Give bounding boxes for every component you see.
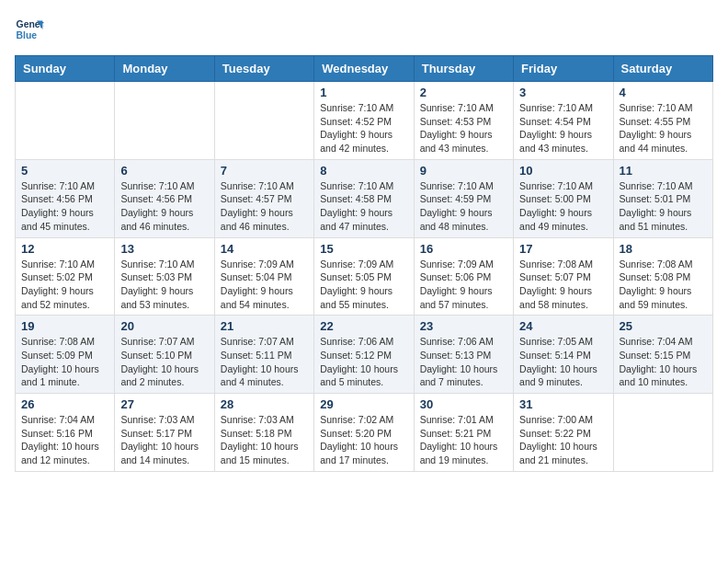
calendar-week-1: 1Sunrise: 7:10 AM Sunset: 4:52 PM Daylig… bbox=[16, 82, 713, 160]
day-number: 22 bbox=[320, 319, 407, 333]
weekday-header-thursday: Thursday bbox=[414, 56, 513, 82]
day-number: 15 bbox=[320, 242, 407, 256]
calendar-day-12: 12Sunrise: 7:10 AM Sunset: 5:02 PM Dayli… bbox=[16, 237, 115, 316]
calendar-day-2: 2Sunrise: 7:10 AM Sunset: 4:53 PM Daylig… bbox=[414, 82, 513, 160]
day-number: 12 bbox=[21, 242, 108, 256]
day-number: 8 bbox=[320, 164, 407, 178]
logo-icon: General Blue bbox=[15, 15, 44, 44]
weekday-header-monday: Monday bbox=[115, 56, 214, 82]
day-info: Sunrise: 7:10 AM Sunset: 4:59 PM Dayligh… bbox=[420, 179, 507, 234]
day-number: 24 bbox=[519, 319, 607, 333]
day-number: 18 bbox=[620, 242, 707, 256]
calendar-day-1: 1Sunrise: 7:10 AM Sunset: 4:52 PM Daylig… bbox=[314, 82, 414, 160]
day-info: Sunrise: 7:05 AM Sunset: 5:14 PM Dayligh… bbox=[519, 335, 607, 389]
day-info: Sunrise: 7:06 AM Sunset: 5:13 PM Dayligh… bbox=[420, 335, 507, 389]
day-number: 27 bbox=[120, 397, 208, 411]
logo: General Blue bbox=[15, 15, 44, 44]
day-number: 19 bbox=[21, 319, 108, 333]
day-info: Sunrise: 7:10 AM Sunset: 4:52 PM Dayligh… bbox=[320, 101, 407, 155]
calendar-day-27: 27Sunrise: 7:03 AM Sunset: 5:17 PM Dayli… bbox=[115, 394, 214, 472]
weekday-header-sunday: Sunday bbox=[16, 56, 115, 82]
day-number: 9 bbox=[420, 164, 507, 178]
day-info: Sunrise: 7:08 AM Sunset: 5:08 PM Dayligh… bbox=[620, 258, 707, 312]
day-number: 29 bbox=[320, 397, 407, 411]
calendar-week-3: 12Sunrise: 7:10 AM Sunset: 5:02 PM Dayli… bbox=[16, 237, 713, 316]
calendar-table: SundayMondayTuesdayWednesdayThursdayFrid… bbox=[15, 55, 713, 472]
day-info: Sunrise: 7:07 AM Sunset: 5:10 PM Dayligh… bbox=[120, 335, 208, 389]
calendar-day-26: 26Sunrise: 7:04 AM Sunset: 5:16 PM Dayli… bbox=[16, 394, 115, 472]
day-info: Sunrise: 7:10 AM Sunset: 4:58 PM Dayligh… bbox=[320, 179, 407, 234]
day-number: 20 bbox=[120, 319, 208, 333]
calendar-day-9: 9Sunrise: 7:10 AM Sunset: 4:59 PM Daylig… bbox=[414, 159, 513, 237]
day-number: 26 bbox=[21, 397, 108, 411]
calendar-day-3: 3Sunrise: 7:10 AM Sunset: 4:54 PM Daylig… bbox=[514, 82, 613, 160]
day-number: 5 bbox=[21, 164, 108, 178]
day-info: Sunrise: 7:10 AM Sunset: 4:57 PM Dayligh… bbox=[221, 179, 308, 234]
day-info: Sunrise: 7:09 AM Sunset: 5:04 PM Dayligh… bbox=[221, 258, 308, 312]
calendar-day-24: 24Sunrise: 7:05 AM Sunset: 5:14 PM Dayli… bbox=[514, 316, 613, 394]
calendar-day-11: 11Sunrise: 7:10 AM Sunset: 5:01 PM Dayli… bbox=[613, 159, 712, 237]
calendar-week-2: 5Sunrise: 7:10 AM Sunset: 4:56 PM Daylig… bbox=[16, 159, 713, 237]
day-info: Sunrise: 7:08 AM Sunset: 5:07 PM Dayligh… bbox=[519, 258, 607, 312]
day-info: Sunrise: 7:08 AM Sunset: 5:09 PM Dayligh… bbox=[21, 335, 108, 389]
calendar-day-20: 20Sunrise: 7:07 AM Sunset: 5:10 PM Dayli… bbox=[115, 316, 214, 394]
day-info: Sunrise: 7:07 AM Sunset: 5:11 PM Dayligh… bbox=[221, 335, 308, 389]
calendar-day-14: 14Sunrise: 7:09 AM Sunset: 5:04 PM Dayli… bbox=[214, 237, 313, 316]
day-number: 13 bbox=[120, 242, 208, 256]
weekday-header-saturday: Saturday bbox=[613, 56, 712, 82]
day-info: Sunrise: 7:10 AM Sunset: 5:01 PM Dayligh… bbox=[620, 179, 707, 234]
weekday-header-row: SundayMondayTuesdayWednesdayThursdayFrid… bbox=[16, 56, 713, 82]
day-info: Sunrise: 7:06 AM Sunset: 5:12 PM Dayligh… bbox=[320, 335, 407, 389]
day-number: 31 bbox=[519, 397, 607, 411]
calendar-day-25: 25Sunrise: 7:04 AM Sunset: 5:15 PM Dayli… bbox=[613, 316, 712, 394]
day-number: 30 bbox=[420, 397, 507, 411]
calendar-day-17: 17Sunrise: 7:08 AM Sunset: 5:07 PM Dayli… bbox=[514, 237, 613, 316]
calendar-day-16: 16Sunrise: 7:09 AM Sunset: 5:06 PM Dayli… bbox=[414, 237, 513, 316]
calendar-day-19: 19Sunrise: 7:08 AM Sunset: 5:09 PM Dayli… bbox=[16, 316, 115, 394]
day-info: Sunrise: 7:03 AM Sunset: 5:18 PM Dayligh… bbox=[221, 413, 308, 467]
calendar-day-7: 7Sunrise: 7:10 AM Sunset: 4:57 PM Daylig… bbox=[214, 159, 313, 237]
day-number: 28 bbox=[221, 397, 308, 411]
calendar-day-23: 23Sunrise: 7:06 AM Sunset: 5:13 PM Dayli… bbox=[414, 316, 513, 394]
day-info: Sunrise: 7:09 AM Sunset: 5:06 PM Dayligh… bbox=[420, 258, 507, 312]
day-info: Sunrise: 7:10 AM Sunset: 5:02 PM Dayligh… bbox=[21, 258, 108, 312]
calendar-day-29: 29Sunrise: 7:02 AM Sunset: 5:20 PM Dayli… bbox=[314, 394, 414, 472]
weekday-header-wednesday: Wednesday bbox=[314, 56, 414, 82]
empty-cell bbox=[115, 82, 214, 160]
calendar-day-28: 28Sunrise: 7:03 AM Sunset: 5:18 PM Dayli… bbox=[214, 394, 313, 472]
calendar-day-30: 30Sunrise: 7:01 AM Sunset: 5:21 PM Dayli… bbox=[414, 394, 513, 472]
calendar-day-15: 15Sunrise: 7:09 AM Sunset: 5:05 PM Dayli… bbox=[314, 237, 414, 316]
calendar-week-4: 19Sunrise: 7:08 AM Sunset: 5:09 PM Dayli… bbox=[16, 316, 713, 394]
calendar-day-6: 6Sunrise: 7:10 AM Sunset: 4:56 PM Daylig… bbox=[115, 159, 214, 237]
day-info: Sunrise: 7:01 AM Sunset: 5:21 PM Dayligh… bbox=[420, 413, 507, 467]
calendar-week-5: 26Sunrise: 7:04 AM Sunset: 5:16 PM Dayli… bbox=[16, 394, 713, 472]
calendar-day-18: 18Sunrise: 7:08 AM Sunset: 5:08 PM Dayli… bbox=[613, 237, 712, 316]
day-info: Sunrise: 7:02 AM Sunset: 5:20 PM Dayligh… bbox=[320, 413, 407, 467]
calendar-day-21: 21Sunrise: 7:07 AM Sunset: 5:11 PM Dayli… bbox=[214, 316, 313, 394]
day-number: 14 bbox=[221, 242, 308, 256]
day-info: Sunrise: 7:10 AM Sunset: 5:03 PM Dayligh… bbox=[120, 258, 208, 312]
day-info: Sunrise: 7:10 AM Sunset: 4:54 PM Dayligh… bbox=[519, 101, 607, 155]
weekday-header-tuesday: Tuesday bbox=[214, 56, 313, 82]
day-number: 6 bbox=[120, 164, 208, 178]
day-number: 1 bbox=[320, 86, 407, 99]
calendar-day-8: 8Sunrise: 7:10 AM Sunset: 4:58 PM Daylig… bbox=[314, 159, 414, 237]
day-info: Sunrise: 7:10 AM Sunset: 4:53 PM Dayligh… bbox=[420, 101, 507, 155]
empty-cell bbox=[16, 82, 115, 160]
day-number: 2 bbox=[420, 86, 507, 99]
day-number: 3 bbox=[519, 86, 607, 99]
day-number: 25 bbox=[620, 319, 707, 333]
calendar-day-4: 4Sunrise: 7:10 AM Sunset: 4:55 PM Daylig… bbox=[613, 82, 712, 160]
day-number: 7 bbox=[221, 164, 308, 178]
day-info: Sunrise: 7:10 AM Sunset: 4:56 PM Dayligh… bbox=[120, 179, 208, 234]
day-number: 16 bbox=[420, 242, 507, 256]
day-info: Sunrise: 7:10 AM Sunset: 4:56 PM Dayligh… bbox=[21, 179, 108, 234]
day-number: 17 bbox=[519, 242, 607, 256]
calendar-day-13: 13Sunrise: 7:10 AM Sunset: 5:03 PM Dayli… bbox=[115, 237, 214, 316]
day-info: Sunrise: 7:10 AM Sunset: 4:55 PM Dayligh… bbox=[620, 101, 707, 155]
day-number: 4 bbox=[620, 86, 707, 99]
calendar-day-10: 10Sunrise: 7:10 AM Sunset: 5:00 PM Dayli… bbox=[514, 159, 613, 237]
empty-cell bbox=[613, 394, 712, 472]
day-info: Sunrise: 7:09 AM Sunset: 5:05 PM Dayligh… bbox=[320, 258, 407, 312]
day-number: 10 bbox=[519, 164, 607, 178]
